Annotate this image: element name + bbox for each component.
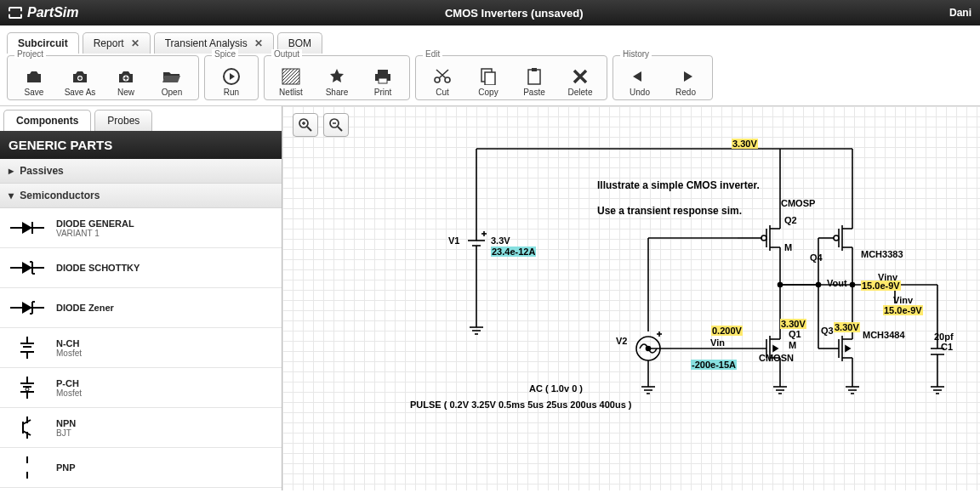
user-name[interactable]: Dani (949, 7, 971, 19)
close-icon[interactable]: ✕ (131, 37, 140, 49)
label-mch3484[interactable]: MCH3484 (863, 330, 905, 340)
label-q1-m[interactable]: M (789, 340, 796, 350)
svg-rect-4 (378, 70, 388, 74)
svg-rect-10 (485, 72, 495, 85)
chevron-down-icon: ▾ (9, 190, 17, 201)
document-tabs: Subcircuit Report ✕ Transient Analysis ✕… (0, 29, 980, 54)
toolbar: Project Save Save As New Open Spice Run … (0, 54, 980, 106)
svg-rect-12 (532, 68, 537, 71)
share-button[interactable]: Share (316, 60, 358, 97)
netlist-button[interactable]: Netlist (270, 60, 312, 97)
print-button[interactable]: Print (362, 60, 404, 97)
print-icon (374, 67, 391, 86)
part-diode-general[interactable]: DIODE GENERALVARIANT 1 (0, 208, 282, 248)
open-button[interactable]: Open (151, 60, 193, 97)
group-label: Project (14, 49, 46, 59)
tab-label: BOM (288, 37, 311, 49)
redo-icon (677, 67, 694, 86)
new-button[interactable]: New (105, 60, 147, 97)
tab-components[interactable]: Components (3, 110, 91, 131)
diode-icon (9, 216, 46, 240)
part-sub: Mosfet (56, 348, 82, 358)
schottky-icon (9, 256, 46, 280)
part-sub: Mosfet (56, 388, 82, 398)
schematic-canvas[interactable]: Illustrate a simple CMOS inverter. Use a… (282, 106, 980, 490)
probe-vinv1[interactable]: 15.0e-9V (861, 280, 901, 291)
probe-vinv2[interactable]: 15.0e-9V (883, 305, 923, 315)
label-cap-val[interactable]: 20pf (934, 332, 954, 342)
undo-button[interactable]: Undo (618, 60, 661, 97)
part-diode-schottky[interactable]: DIODE SCHOTTKY (0, 248, 282, 288)
redo-button[interactable]: Redo (664, 60, 707, 97)
main-area: Components Probes GENERIC PARTS ▸ Passiv… (0, 106, 980, 490)
chevron-right-icon: ▸ (9, 165, 17, 177)
tab-report[interactable]: Report ✕ (83, 32, 151, 54)
label-q4[interactable]: Q4 (810, 252, 823, 263)
left-tabs: Components Probes (0, 106, 282, 131)
probe-vin[interactable]: 0.200V (711, 326, 743, 336)
run-button[interactable]: Run (210, 60, 253, 97)
netlist-icon (282, 67, 300, 86)
category-passives[interactable]: ▸ Passives (0, 159, 282, 184)
label-vinv2[interactable]: Vinv (893, 295, 913, 305)
label-cmosn[interactable]: CMOSN (759, 353, 794, 363)
part-npn-bjt[interactable]: NPNBJT (0, 408, 282, 448)
category-semiconductors[interactable]: ▾ Semiconductors (0, 184, 282, 208)
copy-button[interactable]: Copy (467, 60, 510, 97)
note-line-1: Illustrate a simple CMOS inverter. (597, 179, 760, 191)
document-title: CMOS Inverters (unsaved) (78, 7, 949, 20)
label-v2[interactable]: V2 (616, 336, 627, 346)
label-q3[interactable]: Q3 (821, 326, 834, 336)
group-edit: Edit Cut Copy Paste Delete (415, 55, 607, 100)
note-line-2: Use a transient response sim. (597, 205, 742, 217)
label-cap-ref[interactable]: C1 (941, 342, 953, 352)
delete-button[interactable]: Delete (559, 60, 601, 97)
open-icon (162, 67, 181, 86)
label-cmosp[interactable]: CMOSP (781, 198, 815, 208)
label-v2-ac[interactable]: AC ( 1.0v 0 ) (529, 383, 583, 394)
tab-label: Subcircuit (18, 37, 68, 49)
close-icon[interactable]: ✕ (254, 37, 263, 49)
label-q2[interactable]: Q2 (784, 215, 797, 225)
label-v1-val[interactable]: 3.3V (491, 235, 510, 246)
save-button[interactable]: Save (13, 60, 55, 97)
new-icon (117, 67, 134, 86)
part-name: DIODE Zener (56, 303, 114, 313)
probe-v1-current[interactable]: 23.4e-12A (491, 246, 536, 257)
save-as-icon (71, 67, 88, 86)
group-label: Edit (423, 49, 442, 59)
probe-vin-i[interactable]: -200e-15A (691, 360, 737, 370)
svg-rect-3 (282, 69, 299, 84)
pmos-icon (9, 376, 46, 400)
part-nch-mosfet[interactable]: N-CHMosfet (0, 328, 282, 368)
label-v2-pulse[interactable]: PULSE ( 0.2V 3.25V 0.5ms 5us 25us 200us … (410, 400, 631, 410)
part-diode-zener[interactable]: DIODE Zener (0, 288, 282, 328)
save-as-button[interactable]: Save As (59, 60, 101, 97)
part-pch-mosfet[interactable]: P-CHMosfet (0, 368, 282, 408)
svg-rect-11 (528, 70, 540, 84)
group-label: Spice (212, 49, 238, 59)
part-sub: VARIANT 1 (56, 229, 134, 238)
label-vin[interactable]: Vin (710, 337, 725, 348)
tab-probes[interactable]: Probes (94, 110, 152, 131)
svg-rect-6 (379, 78, 387, 83)
cut-button[interactable]: Cut (421, 60, 464, 97)
label-q1[interactable]: Q1 (789, 329, 801, 339)
nmos-icon (9, 336, 46, 360)
label-v1-ref[interactable]: V1 (448, 235, 459, 246)
probe-vdd[interactable]: 3.30V (732, 139, 758, 149)
schematic-labels: Illustrate a simple CMOS inverter. Use a… (282, 106, 980, 490)
part-pnp-bjt[interactable]: PNP (0, 448, 282, 488)
probe-q1v[interactable]: 3.30V (780, 319, 806, 329)
label-mch3383[interactable]: MCH3383 (861, 249, 903, 259)
copy-icon (481, 67, 496, 86)
part-name: DIODE GENERAL (56, 218, 134, 229)
paste-icon (527, 67, 542, 86)
probe-q3v[interactable]: 3.30V (834, 322, 860, 332)
group-label: Output (271, 49, 302, 59)
label-vout[interactable]: Vout (827, 278, 847, 288)
delete-icon (573, 67, 588, 86)
part-list: DIODE GENERALVARIANT 1 DIODE SCHOTTKY DI… (0, 208, 282, 488)
label-q2-m[interactable]: M (784, 242, 792, 252)
paste-button[interactable]: Paste (513, 60, 556, 97)
